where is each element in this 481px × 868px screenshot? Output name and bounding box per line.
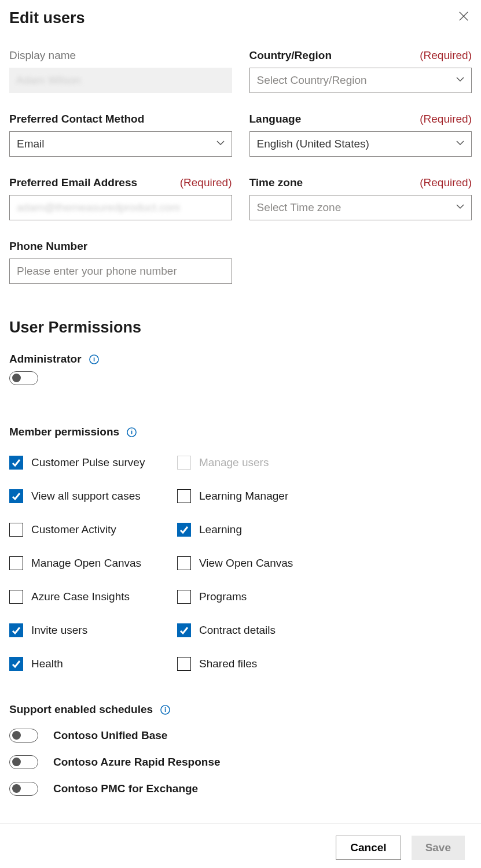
permission-checkbox[interactable] [9, 523, 23, 537]
info-icon[interactable]: i [89, 354, 100, 365]
permission-item: View Open Canvas [177, 556, 339, 570]
schedule-toggle[interactable] [9, 782, 38, 796]
display-name-field: Display name Adam Wilson [9, 49, 232, 93]
permission-checkbox[interactable] [177, 590, 191, 604]
permission-label: Manage Open Canvas [31, 557, 141, 570]
language-field: Language (Required) [249, 113, 472, 157]
contact-method-label: Preferred Contact Method [9, 113, 144, 125]
schedule-label: Contoso PMC for Exchange [53, 782, 198, 795]
svg-text:i: i [131, 429, 133, 435]
permission-checkbox[interactable] [9, 657, 23, 671]
permission-item: View all support cases [9, 489, 171, 503]
permission-label: Customer Activity [31, 523, 116, 536]
schedule-item: Contoso Unified Base [9, 729, 472, 743]
permission-label: Contract details [199, 624, 276, 637]
schedule-toggle[interactable] [9, 755, 38, 769]
language-select[interactable] [249, 131, 472, 157]
permission-checkbox[interactable] [177, 623, 191, 637]
required-indicator: (Required) [420, 49, 472, 62]
permission-item: Customer Activity [9, 523, 171, 537]
schedule-item: Contoso Azure Rapid Response [9, 755, 472, 769]
display-name-value: Adam Wilson [9, 68, 232, 93]
country-select[interactable] [249, 68, 472, 93]
close-button[interactable] [456, 9, 472, 25]
permission-label: View all support cases [31, 490, 141, 503]
permission-item: Invite users [9, 623, 171, 637]
permission-label: Invite users [31, 624, 87, 637]
info-icon[interactable]: i [160, 704, 171, 715]
permission-checkbox[interactable] [177, 556, 191, 570]
permission-label: Health [31, 658, 63, 670]
permission-item: Health [9, 657, 171, 671]
info-icon[interactable]: i [126, 427, 137, 438]
permission-item: Azure Case Insights [9, 590, 171, 604]
schedule-label: Contoso Azure Rapid Response [53, 756, 221, 769]
permission-label: Manage users [199, 456, 269, 469]
administrator-toggle[interactable] [9, 371, 38, 385]
display-name-label: Display name [9, 49, 76, 62]
email-field: Preferred Email Address (Required) adam@… [9, 176, 232, 220]
user-permissions-heading: User Permissions [9, 319, 472, 337]
permission-checkbox[interactable] [9, 556, 23, 570]
timezone-select[interactable] [249, 195, 472, 220]
permission-item: Customer Pulse survey [9, 456, 171, 470]
required-indicator: (Required) [420, 113, 472, 125]
email-label: Preferred Email Address [9, 176, 137, 189]
contact-method-select[interactable] [9, 131, 232, 157]
permission-label: Learning Manager [199, 490, 288, 503]
permission-checkbox[interactable] [9, 456, 23, 470]
permission-item: Learning [177, 523, 339, 537]
permission-checkbox[interactable] [177, 657, 191, 671]
permission-label: Customer Pulse survey [31, 456, 145, 469]
permission-label: Shared files [199, 658, 257, 670]
permission-item: Manage Open Canvas [9, 556, 171, 570]
permission-label: Learning [199, 523, 242, 536]
permission-item: Learning Manager [177, 489, 339, 503]
country-field: Country/Region (Required) [249, 49, 472, 93]
permission-item: Shared files [177, 657, 339, 671]
permission-checkbox[interactable] [9, 590, 23, 604]
permission-item: Manage users [177, 456, 339, 470]
language-label: Language [249, 113, 302, 125]
phone-label: Phone Number [9, 240, 87, 253]
permission-label: View Open Canvas [199, 557, 293, 570]
member-permissions-label: Member permissions [9, 426, 119, 438]
schedule-label: Contoso Unified Base [53, 729, 167, 742]
permission-checkbox[interactable] [9, 623, 23, 637]
permission-checkbox[interactable] [9, 489, 23, 503]
phone-field: Phone Number [9, 240, 232, 284]
timezone-field: Time zone (Required) [249, 176, 472, 220]
permission-checkbox [177, 456, 191, 470]
email-value: adam@themeasuredproduct.com [17, 201, 180, 214]
administrator-label: Administrator [9, 353, 82, 365]
country-label: Country/Region [249, 49, 332, 62]
schedule-toggle[interactable] [9, 729, 38, 743]
svg-text:i: i [164, 706, 166, 713]
page-title: Edit users [9, 9, 85, 27]
save-button[interactable]: Save [412, 836, 465, 860]
permission-checkbox[interactable] [177, 523, 191, 537]
timezone-label: Time zone [249, 176, 303, 189]
email-input[interactable]: adam@themeasuredproduct.com [9, 195, 232, 220]
permission-label: Azure Case Insights [31, 590, 130, 603]
contact-method-field: Preferred Contact Method [9, 113, 232, 157]
svg-text:i: i [93, 356, 94, 363]
close-icon [458, 11, 469, 24]
permission-checkbox[interactable] [177, 489, 191, 503]
phone-input[interactable] [9, 258, 232, 284]
cancel-button[interactable]: Cancel [336, 836, 401, 860]
permission-item: Contract details [177, 623, 339, 637]
schedule-item: Contoso PMC for Exchange [9, 782, 472, 796]
permission-label: Programs [199, 590, 247, 603]
required-indicator: (Required) [420, 176, 472, 189]
permission-item: Programs [177, 590, 339, 604]
required-indicator: (Required) [180, 176, 232, 189]
display-name-text: Adam Wilson [16, 74, 81, 87]
schedules-label: Support enabled schedules [9, 703, 153, 716]
